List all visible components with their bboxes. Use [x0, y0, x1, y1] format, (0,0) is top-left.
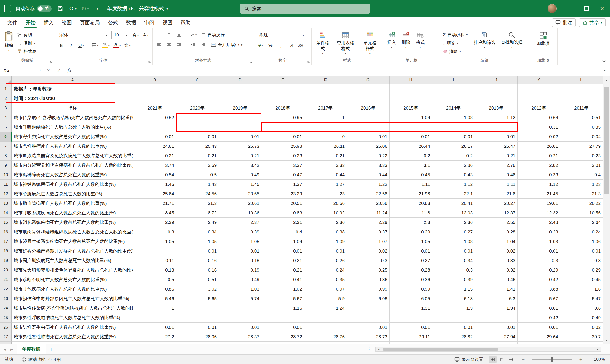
cell-B10[interactable]: 0.54	[133, 170, 176, 180]
zoom-in-button[interactable]: +	[578, 356, 584, 363]
cell-E24[interactable]: 1.15	[262, 303, 304, 313]
cell-F21[interactable]: 0.35	[304, 275, 347, 285]
cell-D18[interactable]: 0.01	[219, 246, 262, 256]
cell-D11[interactable]: 1.45	[219, 180, 262, 189]
cell-C3[interactable]: 2020年	[176, 104, 219, 113]
number-format-select[interactable]: 常规▾	[256, 31, 307, 39]
cell-G18[interactable]: 0.02	[347, 246, 389, 256]
cell-B13[interactable]: 21.71	[133, 199, 176, 208]
wrap-text-button[interactable]: 自动换行	[201, 31, 225, 38]
name-box[interactable]: X6	[0, 65, 37, 76]
cell-I11[interactable]: 1.12	[432, 180, 475, 189]
cell-G26[interactable]: 0.01	[347, 323, 389, 332]
cell-J9[interactable]: 2.76	[475, 161, 517, 170]
menu-tab-7[interactable]: 数据	[122, 17, 140, 28]
cell-K3[interactable]: 2012年	[517, 104, 560, 113]
sheet-tab-active[interactable]: 年度数据	[17, 344, 46, 354]
cell-C14[interactable]: 8.72	[176, 208, 219, 218]
cell-K24[interactable]: 0.81	[517, 303, 560, 313]
cell-E15[interactable]: 2.31	[262, 218, 304, 227]
cell-E10[interactable]: 0.47	[262, 170, 304, 180]
cell-G12[interactable]: 22.58	[347, 189, 389, 199]
cell-styles-button[interactable]: 单元格样式 ▾	[359, 31, 380, 55]
cell-A25[interactable]: 城市男性呼吸道结核死亡人数占总死亡人数的比重(%)	[12, 313, 133, 323]
cell-F16[interactable]: 0.38	[304, 227, 347, 237]
cell-I10[interactable]: 0.43	[432, 170, 475, 180]
cell-C9[interactable]: 3.59	[176, 161, 219, 170]
cell-I20[interactable]: 0.3	[432, 265, 475, 275]
row-header-18[interactable]: 18	[0, 246, 12, 256]
cell-I18[interactable]: 0.01	[432, 246, 475, 256]
cell-I1[interactable]	[432, 84, 475, 94]
shrink-font-button[interactable]: A▾	[141, 31, 150, 39]
cell-E3[interactable]: 2018年	[262, 104, 304, 113]
cell-I12[interactable]: 22.1	[432, 189, 475, 199]
cell-B2[interactable]	[133, 94, 176, 104]
cell-D4[interactable]	[219, 113, 262, 122]
cell-J17[interactable]: 1.04	[475, 237, 517, 246]
cut-button[interactable]: 剪切	[17, 31, 37, 38]
cell-I22[interactable]: 1.15	[432, 285, 475, 294]
cell-C20[interactable]: 0.16	[176, 265, 219, 275]
cell-E7[interactable]: 25.98	[262, 142, 304, 151]
font-dialog-launcher[interactable]	[148, 60, 151, 63]
cell-G20[interactable]: 0.25	[347, 265, 389, 275]
cell-G14[interactable]: 11.24	[347, 208, 389, 218]
cell-C16[interactable]: 0.34	[176, 227, 219, 237]
column-header-J[interactable]: J	[475, 76, 517, 84]
close-button[interactable]: ×	[594, 0, 610, 17]
cell-D19[interactable]: 0.18	[219, 256, 262, 265]
cell-I6[interactable]: 0.01	[432, 132, 475, 142]
cell-H14[interactable]: 11.8	[389, 208, 432, 218]
cell-B1[interactable]	[133, 84, 176, 94]
row-header-22[interactable]: 22	[0, 285, 12, 294]
cell-B28[interactable]	[133, 342, 176, 343]
scroll-right-arrow[interactable]: ▸	[595, 348, 601, 351]
cell-K21[interactable]: 0.42	[517, 275, 560, 285]
column-header-L[interactable]: L	[560, 76, 603, 84]
cell-J25[interactable]	[475, 313, 517, 323]
cell-A7[interactable]: 城市恶性肿瘤死亡人数占总死亡人数的比重(%)	[12, 142, 133, 151]
cell-G21[interactable]: 0.36	[347, 275, 389, 285]
column-header-K[interactable]: K	[517, 76, 560, 84]
row-header-24[interactable]: 24	[0, 303, 12, 313]
row-header-4[interactable]: 4	[0, 113, 12, 122]
cell-F11[interactable]: 1.27	[304, 180, 347, 189]
cell-I3[interactable]: 2014年	[432, 104, 475, 113]
cell-D3[interactable]: 2019年	[219, 104, 262, 113]
column-header-B[interactable]: B	[133, 76, 176, 84]
clipboard-dialog-launcher[interactable]	[50, 60, 53, 63]
italic-button[interactable]: I	[67, 41, 75, 49]
minimize-button[interactable]: –	[563, 0, 579, 17]
cell-C22[interactable]: 3.02	[176, 285, 219, 294]
cell-L20[interactable]: 0.29	[560, 265, 603, 275]
expand-formula-bar-button[interactable]: ▾	[599, 65, 610, 76]
cell-E9[interactable]: 3.37	[262, 161, 304, 170]
cell-B4[interactable]: 0.82	[133, 113, 176, 122]
cell-G2[interactable]	[347, 94, 389, 104]
scroll-left-arrow[interactable]: ◂	[376, 348, 382, 351]
cell-H5[interactable]	[389, 122, 432, 132]
cell-F1[interactable]	[304, 84, 347, 94]
cell-F7[interactable]: 26.11	[304, 142, 347, 151]
row-header-20[interactable]: 20	[0, 265, 12, 275]
menu-tab-3[interactable]: 插入	[40, 17, 58, 28]
cell-J10[interactable]: 0.46	[475, 170, 517, 180]
cell-E5[interactable]	[262, 122, 304, 132]
row-header-14[interactable]: 14	[0, 208, 12, 218]
sheet-nav-left-icon[interactable]: ◂	[4, 346, 6, 352]
row-header-5[interactable]: 5	[0, 122, 12, 132]
cell-L25[interactable]: 0.49	[560, 313, 603, 323]
cell-B23[interactable]: 5.46	[133, 294, 176, 303]
cell-A24[interactable]: 城市男性传染病(不含呼吸道结核)死亡人数占总死亡人数的比重(%)	[12, 303, 133, 313]
cell-A21[interactable]: 城市诊断不明死亡人数占总死亡人数的比重(%)	[12, 275, 133, 285]
cell-G7[interactable]: 26.06	[347, 142, 389, 151]
cell-K22[interactable]: 3.88	[517, 285, 560, 294]
cell-F27[interactable]: 28.76	[304, 332, 347, 342]
cell-K13[interactable]: 19.61	[517, 199, 560, 208]
cell-A11[interactable]: 城市神经系统疾病死亡人数占总死亡人数的比重(%)	[12, 180, 133, 189]
cell-D15[interactable]: 2.37	[219, 218, 262, 227]
cell-J12[interactable]: 21.6	[475, 189, 517, 199]
cell-L19[interactable]: 0.3	[560, 256, 603, 265]
cell-I5[interactable]	[432, 122, 475, 132]
